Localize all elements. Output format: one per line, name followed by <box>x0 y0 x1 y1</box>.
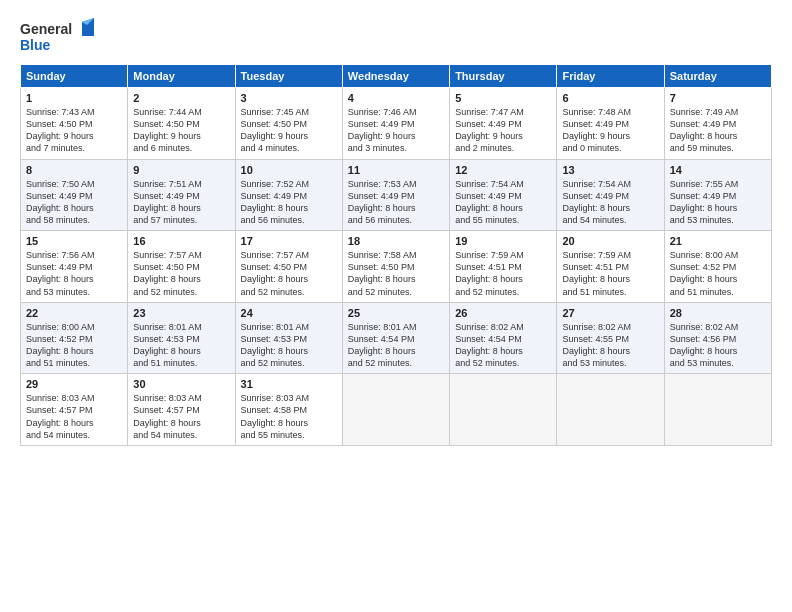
calendar-week-row: 15Sunrise: 7:56 AM Sunset: 4:49 PM Dayli… <box>21 231 772 303</box>
cell-content: Sunrise: 8:01 AM Sunset: 4:54 PM Dayligh… <box>348 321 444 370</box>
calendar-cell: 3Sunrise: 7:45 AM Sunset: 4:50 PM Daylig… <box>235 88 342 160</box>
day-number: 17 <box>241 235 337 247</box>
day-number: 3 <box>241 92 337 104</box>
day-header-monday: Monday <box>128 65 235 88</box>
calendar-cell <box>450 374 557 446</box>
day-number: 31 <box>241 378 337 390</box>
calendar-cell: 26Sunrise: 8:02 AM Sunset: 4:54 PM Dayli… <box>450 302 557 374</box>
calendar-cell: 18Sunrise: 7:58 AM Sunset: 4:50 PM Dayli… <box>342 231 449 303</box>
calendar-cell: 8Sunrise: 7:50 AM Sunset: 4:49 PM Daylig… <box>21 159 128 231</box>
cell-content: Sunrise: 7:51 AM Sunset: 4:49 PM Dayligh… <box>133 178 229 227</box>
day-number: 23 <box>133 307 229 319</box>
cell-content: Sunrise: 8:02 AM Sunset: 4:55 PM Dayligh… <box>562 321 658 370</box>
cell-content: Sunrise: 7:52 AM Sunset: 4:49 PM Dayligh… <box>241 178 337 227</box>
page: General Blue SundayMondayTuesdayWednesda… <box>0 0 792 612</box>
cell-content: Sunrise: 8:03 AM Sunset: 4:58 PM Dayligh… <box>241 392 337 441</box>
calendar-cell: 17Sunrise: 7:57 AM Sunset: 4:50 PM Dayli… <box>235 231 342 303</box>
cell-content: Sunrise: 7:54 AM Sunset: 4:49 PM Dayligh… <box>455 178 551 227</box>
cell-content: Sunrise: 7:53 AM Sunset: 4:49 PM Dayligh… <box>348 178 444 227</box>
calendar-cell: 11Sunrise: 7:53 AM Sunset: 4:49 PM Dayli… <box>342 159 449 231</box>
day-number: 5 <box>455 92 551 104</box>
calendar-cell: 1Sunrise: 7:43 AM Sunset: 4:50 PM Daylig… <box>21 88 128 160</box>
day-number: 18 <box>348 235 444 247</box>
day-number: 10 <box>241 164 337 176</box>
calendar-cell <box>342 374 449 446</box>
day-header-sunday: Sunday <box>21 65 128 88</box>
cell-content: Sunrise: 7:57 AM Sunset: 4:50 PM Dayligh… <box>241 249 337 298</box>
calendar-cell: 14Sunrise: 7:55 AM Sunset: 4:49 PM Dayli… <box>664 159 771 231</box>
day-number: 6 <box>562 92 658 104</box>
day-number: 21 <box>670 235 766 247</box>
calendar-cell: 7Sunrise: 7:49 AM Sunset: 4:49 PM Daylig… <box>664 88 771 160</box>
calendar-table: SundayMondayTuesdayWednesdayThursdayFrid… <box>20 64 772 446</box>
calendar-cell <box>557 374 664 446</box>
day-number: 26 <box>455 307 551 319</box>
calendar-cell: 23Sunrise: 8:01 AM Sunset: 4:53 PM Dayli… <box>128 302 235 374</box>
calendar-week-row: 29Sunrise: 8:03 AM Sunset: 4:57 PM Dayli… <box>21 374 772 446</box>
day-number: 20 <box>562 235 658 247</box>
day-number: 9 <box>133 164 229 176</box>
cell-content: Sunrise: 7:55 AM Sunset: 4:49 PM Dayligh… <box>670 178 766 227</box>
cell-content: Sunrise: 7:46 AM Sunset: 4:49 PM Dayligh… <box>348 106 444 155</box>
calendar-cell <box>664 374 771 446</box>
cell-content: Sunrise: 8:03 AM Sunset: 4:57 PM Dayligh… <box>133 392 229 441</box>
day-number: 4 <box>348 92 444 104</box>
cell-content: Sunrise: 8:02 AM Sunset: 4:54 PM Dayligh… <box>455 321 551 370</box>
day-number: 29 <box>26 378 122 390</box>
calendar-week-row: 1Sunrise: 7:43 AM Sunset: 4:50 PM Daylig… <box>21 88 772 160</box>
cell-content: Sunrise: 7:56 AM Sunset: 4:49 PM Dayligh… <box>26 249 122 298</box>
calendar-cell: 28Sunrise: 8:02 AM Sunset: 4:56 PM Dayli… <box>664 302 771 374</box>
header: General Blue <box>20 18 772 58</box>
cell-content: Sunrise: 7:49 AM Sunset: 4:49 PM Dayligh… <box>670 106 766 155</box>
calendar-cell: 24Sunrise: 8:01 AM Sunset: 4:53 PM Dayli… <box>235 302 342 374</box>
calendar-week-row: 8Sunrise: 7:50 AM Sunset: 4:49 PM Daylig… <box>21 159 772 231</box>
day-header-wednesday: Wednesday <box>342 65 449 88</box>
calendar-cell: 5Sunrise: 7:47 AM Sunset: 4:49 PM Daylig… <box>450 88 557 160</box>
logo-svg: General Blue <box>20 18 100 58</box>
day-number: 13 <box>562 164 658 176</box>
calendar-cell: 6Sunrise: 7:48 AM Sunset: 4:49 PM Daylig… <box>557 88 664 160</box>
calendar-cell: 29Sunrise: 8:03 AM Sunset: 4:57 PM Dayli… <box>21 374 128 446</box>
day-number: 12 <box>455 164 551 176</box>
calendar-cell: 20Sunrise: 7:59 AM Sunset: 4:51 PM Dayli… <box>557 231 664 303</box>
cell-content: Sunrise: 8:03 AM Sunset: 4:57 PM Dayligh… <box>26 392 122 441</box>
day-number: 28 <box>670 307 766 319</box>
calendar-cell: 4Sunrise: 7:46 AM Sunset: 4:49 PM Daylig… <box>342 88 449 160</box>
cell-content: Sunrise: 7:57 AM Sunset: 4:50 PM Dayligh… <box>133 249 229 298</box>
cell-content: Sunrise: 7:43 AM Sunset: 4:50 PM Dayligh… <box>26 106 122 155</box>
cell-content: Sunrise: 8:00 AM Sunset: 4:52 PM Dayligh… <box>670 249 766 298</box>
svg-text:General: General <box>20 21 72 37</box>
cell-content: Sunrise: 7:47 AM Sunset: 4:49 PM Dayligh… <box>455 106 551 155</box>
calendar-cell: 15Sunrise: 7:56 AM Sunset: 4:49 PM Dayli… <box>21 231 128 303</box>
calendar-cell: 9Sunrise: 7:51 AM Sunset: 4:49 PM Daylig… <box>128 159 235 231</box>
calendar-cell: 31Sunrise: 8:03 AM Sunset: 4:58 PM Dayli… <box>235 374 342 446</box>
cell-content: Sunrise: 7:45 AM Sunset: 4:50 PM Dayligh… <box>241 106 337 155</box>
calendar-cell: 25Sunrise: 8:01 AM Sunset: 4:54 PM Dayli… <box>342 302 449 374</box>
cell-content: Sunrise: 7:59 AM Sunset: 4:51 PM Dayligh… <box>455 249 551 298</box>
day-number: 1 <box>26 92 122 104</box>
calendar-cell: 16Sunrise: 7:57 AM Sunset: 4:50 PM Dayli… <box>128 231 235 303</box>
cell-content: Sunrise: 8:01 AM Sunset: 4:53 PM Dayligh… <box>241 321 337 370</box>
calendar-cell: 13Sunrise: 7:54 AM Sunset: 4:49 PM Dayli… <box>557 159 664 231</box>
day-number: 8 <box>26 164 122 176</box>
cell-content: Sunrise: 7:59 AM Sunset: 4:51 PM Dayligh… <box>562 249 658 298</box>
day-number: 14 <box>670 164 766 176</box>
cell-content: Sunrise: 8:01 AM Sunset: 4:53 PM Dayligh… <box>133 321 229 370</box>
cell-content: Sunrise: 7:54 AM Sunset: 4:49 PM Dayligh… <box>562 178 658 227</box>
calendar-cell: 10Sunrise: 7:52 AM Sunset: 4:49 PM Dayli… <box>235 159 342 231</box>
cell-content: Sunrise: 7:50 AM Sunset: 4:49 PM Dayligh… <box>26 178 122 227</box>
cell-content: Sunrise: 7:44 AM Sunset: 4:50 PM Dayligh… <box>133 106 229 155</box>
calendar-cell: 12Sunrise: 7:54 AM Sunset: 4:49 PM Dayli… <box>450 159 557 231</box>
calendar-header-row: SundayMondayTuesdayWednesdayThursdayFrid… <box>21 65 772 88</box>
day-number: 24 <box>241 307 337 319</box>
day-number: 30 <box>133 378 229 390</box>
calendar-cell: 2Sunrise: 7:44 AM Sunset: 4:50 PM Daylig… <box>128 88 235 160</box>
day-header-tuesday: Tuesday <box>235 65 342 88</box>
day-number: 27 <box>562 307 658 319</box>
day-header-saturday: Saturday <box>664 65 771 88</box>
cell-content: Sunrise: 8:00 AM Sunset: 4:52 PM Dayligh… <box>26 321 122 370</box>
day-number: 15 <box>26 235 122 247</box>
cell-content: Sunrise: 7:48 AM Sunset: 4:49 PM Dayligh… <box>562 106 658 155</box>
day-header-friday: Friday <box>557 65 664 88</box>
cell-content: Sunrise: 8:02 AM Sunset: 4:56 PM Dayligh… <box>670 321 766 370</box>
